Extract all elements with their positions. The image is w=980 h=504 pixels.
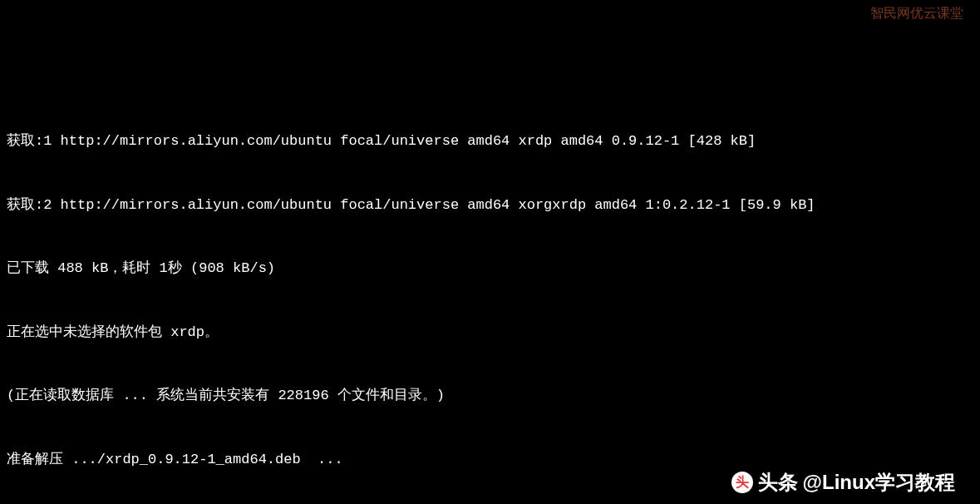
watermark-handle: @Linux学习教程	[803, 467, 955, 497]
toutiao-icon: 头	[731, 472, 753, 493]
watermark-top: 智民网优云课堂	[870, 3, 963, 23]
terminal-line: 获取:2 http://mirrors.aliyun.com/ubuntu fo…	[7, 195, 973, 216]
watermark-prefix: 头条	[758, 467, 798, 497]
watermark-bottom: 头 头条 @Linux学习教程	[731, 467, 955, 497]
terminal-line: 已下载 488 kB，耗时 1秒 (908 kB/s)	[7, 258, 973, 279]
terminal-line: 获取:1 http://mirrors.aliyun.com/ubuntu fo…	[7, 131, 973, 152]
terminal-line: 正在选中未选择的软件包 xrdp。	[7, 322, 973, 343]
terminal-line: (正在读取数据库 ... 系统当前共安装有 228196 个文件和目录。)	[7, 385, 973, 407]
terminal-output: 获取:1 http://mirrors.aliyun.com/ubuntu fo…	[7, 88, 973, 504]
